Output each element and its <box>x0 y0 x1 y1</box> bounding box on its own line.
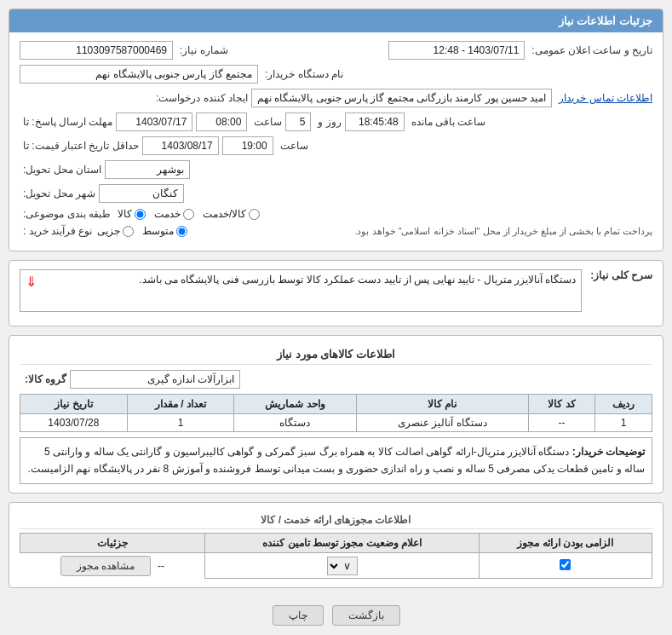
category-radio-group: کالا/خدمت خدمت کالا <box>118 208 260 220</box>
purchase-note: پرداخت تمام با بخشی از مبلغ خریدار از مح… <box>354 226 652 237</box>
reply-date-value: 1403/07/17 <box>116 113 192 131</box>
reply-time-value: 08:00 <box>196 113 247 131</box>
service-cell-details: -- مشاهده مجوز <box>20 553 205 579</box>
service-col-status: اعلام وضعیت مجوز توسط تامین کننده <box>205 533 480 552</box>
purchase-radio-minor[interactable] <box>123 226 134 237</box>
category-radio-service[interactable] <box>183 209 194 220</box>
buyer-label: نام دستگاه خریدار: <box>265 68 343 80</box>
cell-name: دستگاه آنالیز عنصری <box>356 414 528 432</box>
reply-days-value: 5 <box>285 113 311 131</box>
province-value: بوشهر <box>105 160 190 179</box>
buyer-value: مجتمع گاز پارس جنوبی پالایشگاه نهم <box>20 65 258 84</box>
service-col-mandatory: الزامی بودن ارائه مجوز <box>479 533 652 552</box>
need-number-value: 1103097587000469 <box>20 41 173 60</box>
price-time-value: 19:00 <box>222 136 273 155</box>
back-button[interactable]: بازگشت <box>332 605 400 626</box>
page-title: جزئیات اطلاعات نیاز <box>9 9 663 32</box>
service-cell-mandatory <box>479 552 652 579</box>
cell-date: 1403/07/28 <box>20 414 128 432</box>
table-row: 1 -- دستگاه آنالیز عنصری دستگاه 1 1403/0… <box>20 414 652 432</box>
buyer-desc-box: توضیحات خریدار: دستگاه آنالایزر متریال-ا… <box>20 437 652 484</box>
city-value: کنگان <box>99 184 184 203</box>
service-col-details: جزئیات <box>20 533 205 552</box>
city-label: شهر محل تحویل: <box>23 188 95 199</box>
reply-hours-value: 18:45:48 <box>345 113 405 131</box>
goods-section-title: اطلاعات کالاهای مورد نیاز <box>20 344 652 365</box>
group-label: گروه کالا: <box>25 373 66 385</box>
footer-buttons: بازگشت چاپ <box>9 597 663 629</box>
category-label: طبقه بندی موضوعی: <box>23 208 111 220</box>
reply-deadline-label: مهلت ارسال پاسخ: تا <box>23 116 112 128</box>
col-date: تاریخ نیاز <box>20 395 128 414</box>
category-option-service[interactable]: خدمت <box>154 208 194 220</box>
col-code: کد کالا <box>528 395 594 414</box>
price-time-label: ساعت <box>280 140 308 152</box>
col-unit: واحد شماریش <box>234 395 356 414</box>
cell-unit: دستگاه <box>234 414 356 432</box>
contact-link[interactable]: اطلاعات تماس خریدار <box>559 92 652 104</box>
reply-hours-label: ساعت باقی مانده <box>411 116 486 128</box>
needs-arrow-icon: ⇓ <box>26 274 37 290</box>
view-permit-button[interactable]: مشاهده مجوز <box>60 556 151 576</box>
category-radio-service-goods[interactable] <box>249 209 260 220</box>
purchase-option-minor[interactable]: جزیی <box>97 225 134 237</box>
print-button[interactable]: چاپ <box>273 605 324 626</box>
col-row: ردیف <box>594 395 652 414</box>
service-table: الزامی بودن ارائه مجوز اعلام وضعیت مجوز … <box>20 533 652 580</box>
service-table-row: v -- مشاهده مجوز <box>20 552 652 579</box>
status-select[interactable]: v <box>327 557 358 575</box>
category-option-service-goods[interactable]: کالا/خدمت <box>203 208 260 220</box>
buyer-desc-label: توضیحات خریدار: <box>572 446 645 458</box>
needs-text-box: ⇓ دستگاه آنالایزر متریال - تایید نهایی پ… <box>20 269 582 312</box>
price-deadline-label: حداقل تاریخ اعتبار قیمت: تا <box>23 140 139 152</box>
service-cell-status: v <box>205 552 480 579</box>
province-label: استان محل تحویل: <box>23 164 101 176</box>
category-option-goods[interactable]: کالا <box>118 208 146 220</box>
needs-section-title: سرح کلی نیاز: <box>590 269 652 281</box>
mandatory-checkbox[interactable] <box>560 559 571 570</box>
creator-value: امید حسین پور کارمند بازرگانی مجتمع گاز … <box>251 89 552 107</box>
category-radio-goods[interactable] <box>135 209 146 220</box>
cell-row: 1 <box>594 414 652 432</box>
service-section-title: اطلاعات مجوزهای ارائه خدمت / کالا <box>20 511 652 529</box>
purchase-radio-medium[interactable] <box>176 226 187 237</box>
purchase-option-medium[interactable]: متوسط <box>142 225 187 237</box>
reply-days-label: روز و <box>318 116 341 128</box>
col-qty: تعداد / مقدار <box>127 395 234 414</box>
price-date-value: 1403/08/17 <box>142 136 219 155</box>
need-number-label: شماره نیاز: <box>180 44 228 56</box>
creator-label: ایجاد کننده درخواست: <box>156 92 248 104</box>
purchase-type-label: نوع فرآیند خرید : <box>23 225 92 237</box>
needs-text: دستگاه آنالایزر متریال - تایید نهایی پس … <box>139 274 576 286</box>
reply-time-label: ساعت <box>254 116 282 128</box>
cell-code: -- <box>528 414 594 432</box>
col-name: نام کالا <box>356 395 528 414</box>
date-label: تاریخ و ساعت اعلان عمومی: <box>531 44 652 56</box>
group-value: ابزارآلات اندازه گیری <box>70 370 240 389</box>
items-table: ردیف کد کالا نام کالا واحد شماریش تعداد … <box>20 394 652 432</box>
buyer-desc-text: دستگاه آنالایزر متریال-ارائه گواهی اصالت… <box>28 446 645 475</box>
date-value: 1403/07/11 - 12:48 <box>388 41 525 60</box>
purchase-radio-group: متوسط جزیی <box>97 225 187 237</box>
cell-qty: 1 <box>127 414 234 432</box>
details-value: -- <box>158 560 164 572</box>
